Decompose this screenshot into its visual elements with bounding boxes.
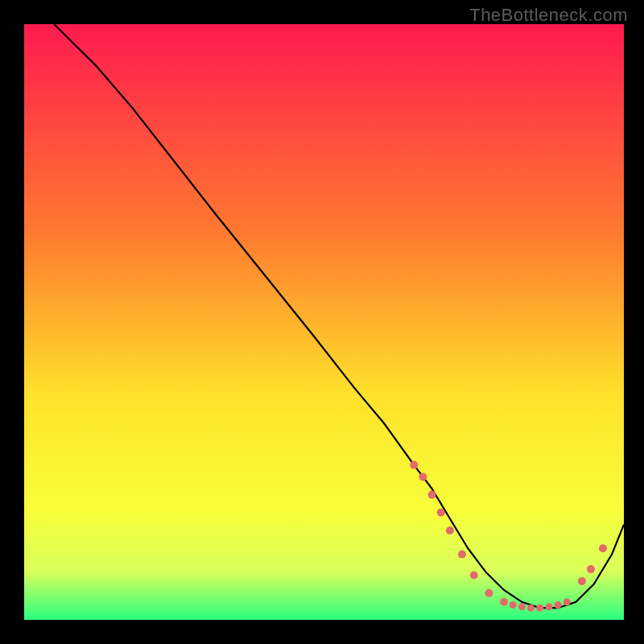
- data-point: [470, 572, 478, 580]
- data-point: [545, 603, 552, 610]
- watermark-label: TheBottleneck.com: [469, 5, 628, 26]
- data-point: [437, 509, 445, 517]
- data-point: [446, 526, 454, 535]
- data-point: [564, 598, 571, 605]
- data-point: [518, 603, 526, 610]
- data-point: [428, 491, 436, 499]
- plot-background: [24, 24, 624, 620]
- data-point: [458, 551, 466, 559]
- data-point: [587, 565, 595, 573]
- data-point: [527, 605, 535, 612]
- data-point: [599, 544, 607, 552]
- data-point: [410, 461, 418, 469]
- data-point: [485, 589, 493, 597]
- data-point: [578, 577, 586, 585]
- data-point: [419, 473, 427, 481]
- bottleneck-curve-chart: [0, 0, 644, 644]
- data-point: [555, 601, 562, 609]
- data-point: [500, 598, 508, 606]
- data-point: [536, 605, 543, 612]
- data-point: [510, 601, 517, 609]
- chart-frame: TheBottleneck.com: [0, 0, 644, 644]
